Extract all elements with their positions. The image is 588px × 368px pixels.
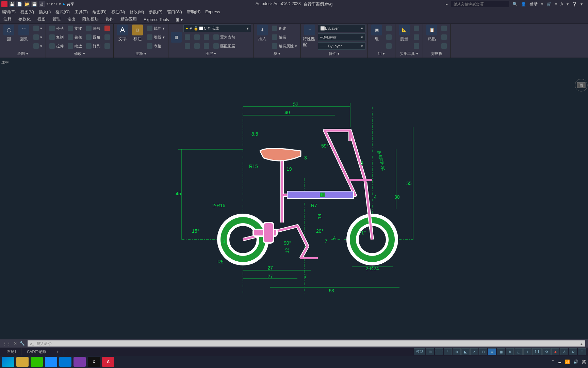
start-icon[interactable]	[2, 357, 14, 367]
lw-combo[interactable]: ━ ByLayer▾	[318, 33, 365, 41]
app-menu-icon[interactable]	[1, 1, 7, 7]
ltype-combo[interactable]: ─── ByLayer▾	[318, 42, 365, 50]
grid-icon[interactable]: ⊞	[426, 348, 434, 355]
move-button[interactable]: 移动	[48, 25, 65, 32]
dim-button[interactable]: ⊟标注	[131, 25, 144, 42]
cmd-close-icon[interactable]: ✕	[14, 341, 17, 346]
volume-icon[interactable]: 🔊	[573, 359, 578, 364]
tab-add[interactable]: +	[52, 349, 64, 355]
view-cube[interactable]: 西	[574, 78, 588, 99]
command-input[interactable]: ▸_键入命令 ▴	[28, 340, 585, 347]
share-button[interactable]: ➤ 共享	[62, 2, 74, 7]
tab-output[interactable]: 输出	[64, 15, 79, 24]
matchprop-button[interactable]: ≡特性匹配	[303, 25, 316, 48]
edit-button[interactable]: 编辑	[271, 33, 298, 41]
ann-icon[interactable]: 🔺	[551, 348, 559, 355]
login-button[interactable]: 登录	[529, 1, 538, 7]
hatch-button[interactable]: ▾	[32, 42, 44, 50]
mirror-button[interactable]: 镜像	[66, 33, 83, 41]
app2-icon[interactable]	[74, 357, 86, 367]
create-button[interactable]: 创建	[271, 25, 298, 32]
visual-style-label[interactable]: 线框	[1, 60, 9, 65]
open-icon[interactable]: 📂	[24, 1, 30, 7]
gear-icon[interactable]: ⚙	[542, 348, 551, 355]
trans-icon[interactable]: ▦	[497, 348, 505, 355]
attr-button[interactable]: 编辑属性 ▾	[271, 42, 298, 50]
onedrive-icon[interactable]: ☁	[557, 359, 561, 364]
explode-icon[interactable]	[103, 33, 111, 41]
tab-parametric[interactable]: 参数化	[15, 15, 34, 24]
tab-annotate[interactable]: 注释	[0, 15, 15, 24]
autocad-icon[interactable]: A	[102, 357, 114, 367]
tab-express[interactable]: Express Tools	[140, 16, 172, 24]
trim-button[interactable]: 修剪	[85, 25, 102, 32]
cart-icon[interactable]: 🛒	[546, 2, 552, 6]
menu-dim[interactable]: 标注(N)	[111, 9, 125, 15]
layer-icon-6[interactable]	[202, 42, 211, 50]
search-icon[interactable]: 🔍	[512, 2, 518, 6]
text-button[interactable]: A文字	[116, 25, 129, 42]
search-arrow-icon[interactable]: ▸	[446, 2, 448, 6]
stretch-button[interactable]: 拉伸	[48, 42, 65, 50]
layer-icon-3[interactable]	[202, 33, 211, 41]
snap-icon[interactable]: ⋮⋮⋮	[435, 348, 443, 355]
layer-icon-4[interactable]	[183, 42, 192, 50]
browser-icon[interactable]	[45, 357, 57, 367]
tab-manage[interactable]: 管理	[49, 15, 64, 24]
linear-button[interactable]: 线性 ▾	[146, 25, 166, 32]
tray-up-icon[interactable]: ˄	[552, 359, 554, 364]
menu-edit[interactable]: 编辑(E)	[2, 9, 16, 15]
rotate-button[interactable]: 旋转	[66, 25, 83, 32]
erase-icon[interactable]	[103, 25, 111, 32]
menu-tools[interactable]: 工具(T)	[75, 9, 88, 15]
osnap-icon[interactable]: ∠	[470, 348, 478, 355]
app1-icon[interactable]	[59, 357, 71, 367]
layer-icon-5[interactable]	[193, 42, 201, 50]
scale-button[interactable]: 1:1	[532, 348, 542, 355]
saveas-icon[interactable]: 💾	[31, 1, 37, 7]
leader-button[interactable]: 引线 ▾	[146, 33, 166, 41]
offset-icon[interactable]	[103, 42, 111, 50]
measure-button[interactable]: 📐测量	[397, 25, 411, 42]
menu-express[interactable]: Express	[205, 10, 220, 14]
cycle-icon[interactable]: ↻	[506, 348, 514, 355]
layerprops-button[interactable]: ▦	[170, 32, 182, 43]
wifi-icon[interactable]: 📶	[565, 359, 570, 364]
login-dropdown[interactable]: ▾	[541, 2, 543, 6]
tab-cad-teacher[interactable]: CAD江老师	[22, 348, 51, 355]
color-combo[interactable]: ⬜ ByLayer▾	[318, 25, 365, 32]
arc-button[interactable]: ⌒圆弧	[17, 25, 31, 42]
lw-icon[interactable]: ≡	[488, 348, 496, 355]
layer-combo[interactable]: ● ☀ 🔓 C-粗实线▾	[183, 25, 251, 32]
user-icon[interactable]: 👤	[521, 2, 526, 6]
menu-window[interactable]: 窗口(W)	[167, 9, 182, 15]
search-input[interactable]: 键入关键字或短语	[451, 1, 509, 7]
iso-icon[interactable]: ◣	[461, 348, 470, 355]
dyn-icon[interactable]: +	[523, 348, 532, 355]
app3-icon[interactable]: X	[88, 357, 100, 367]
rect-button[interactable]: ▾	[32, 25, 44, 32]
otrack-icon[interactable]: ⊡	[479, 348, 487, 355]
3d-icon[interactable]: ⬚	[514, 348, 523, 355]
fillet-button[interactable]: 圆角	[85, 33, 102, 41]
more-icon[interactable]: ☰	[578, 348, 586, 355]
ann2-icon[interactable]: 人	[560, 348, 568, 355]
paste-button[interactable]: 📋粘贴	[425, 25, 439, 42]
drawing-canvas[interactable]: 线框 西	[0, 58, 588, 339]
table-button[interactable]: 表格	[146, 42, 166, 50]
tab-featured[interactable]: 精选应用	[117, 15, 140, 24]
menu-insert[interactable]: 插入(I)	[39, 9, 51, 15]
cmd-wrench-icon[interactable]: 🔧	[20, 341, 25, 346]
redo-icon[interactable]: ↷ ▾	[54, 2, 61, 6]
wechat-icon[interactable]	[31, 357, 43, 367]
new-icon[interactable]: 📄	[16, 1, 22, 7]
scale-button[interactable]: 缩放	[66, 42, 83, 50]
insert-button[interactable]: ⬇插入	[256, 25, 269, 42]
ws-icon[interactable]: ⚙	[569, 348, 577, 355]
help-icon[interactable]: ❔	[572, 2, 577, 6]
undo-icon[interactable]: ↶ ▾	[46, 2, 53, 6]
polar-icon[interactable]: ⊕	[453, 348, 461, 355]
setcur-button[interactable]: 置为当前	[212, 33, 236, 41]
menu-modify[interactable]: 修改(M)	[130, 9, 144, 15]
cmd-handle-icon[interactable]: ⋮⋮	[3, 341, 11, 346]
